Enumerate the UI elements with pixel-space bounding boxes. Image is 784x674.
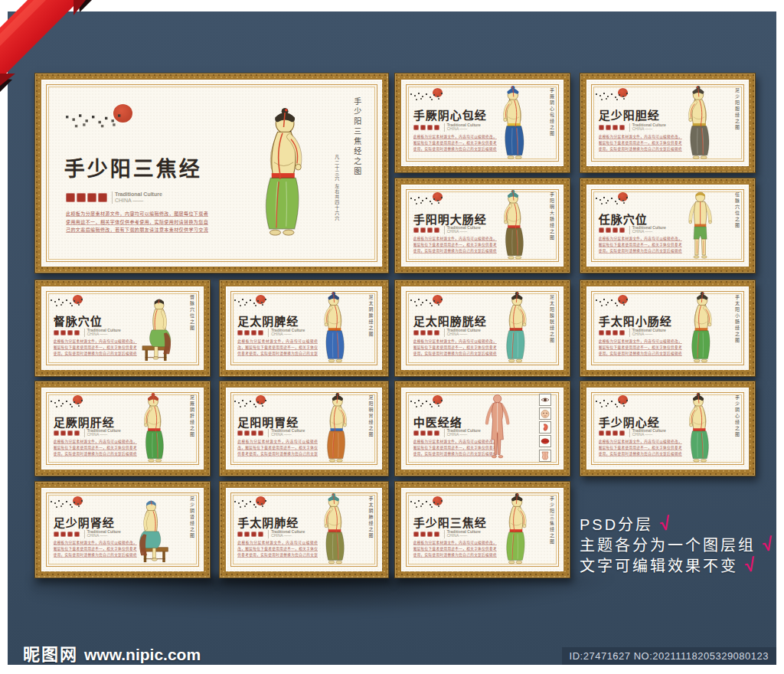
seal-stamps: Traditional Culture CHINA —— [599, 123, 666, 133]
brand-line2: CHINA —— [271, 332, 292, 336]
seal-stamp-icon [258, 532, 263, 537]
seal-stamp-icon [98, 193, 107, 202]
seal-stamp-icon [54, 330, 59, 335]
seal-stamps: Traditional Culture CHINA —— [413, 226, 481, 235]
seal-stamps: Traditional Culture CHINA —— [66, 191, 162, 204]
card-title: 手厥阴心包经 [413, 106, 487, 123]
sun-icon [433, 88, 443, 97]
card-description: 此模板为分层素材源文件，内容均可以编辑修改，图层每位下载者使用用途不一，相关字体… [54, 540, 137, 558]
birds-decoration [410, 198, 412, 199]
seal-stamp-icon [599, 227, 604, 233]
meridian-figure [488, 85, 541, 162]
seal-stamp-icon [60, 330, 66, 335]
meridian-figure [488, 291, 541, 365]
brand-line2: CHINA —— [632, 229, 653, 234]
card-title: 足少阳胆经 [599, 106, 660, 123]
card-description: 此模板为分层素材源文件，内容均可以编辑修改，图层每位下载者使用用途不一，相关字体… [237, 339, 318, 357]
vertical-caption: 任脉穴位之图 [734, 192, 741, 229]
card-title: 中医经络 [413, 414, 462, 430]
seal-stamp-icon [237, 430, 243, 436]
brand-line2: CHINA —— [632, 126, 653, 131]
brand-caption: Traditional Culture CHINA —— [112, 191, 162, 204]
seal-stamp-icon [427, 227, 433, 233]
seal-stamp-icon [251, 330, 256, 335]
preview-page: 手少阳三焦经 Traditional Culture CHINA —— 此模板为… [0, 0, 784, 674]
meridian-figure [310, 392, 361, 465]
poster-paper: 足太阳膀胱经 Traditional Culture CHINA —— 此模板为… [401, 286, 564, 370]
brand-caption: Traditional Culture CHINA —— [268, 429, 305, 438]
birds-decoration [410, 401, 412, 402]
poster-paper: 足少阴肾经 Traditional Culture CHINA —— 此模板为分… [41, 488, 204, 571]
brand-caption: Traditional Culture CHINA —— [629, 226, 666, 235]
poster-paper: 中医经络 Traditional Culture CHINA —— 此模板为分层… [401, 388, 564, 470]
sun-icon [618, 395, 628, 404]
seal-stamp-icon [74, 330, 80, 335]
feature-note-text: PSD分层 [580, 512, 653, 535]
poster-paper: 手阳明大肠经 Traditional Culture CHINA —— 此模板为… [401, 185, 564, 267]
vertical-caption: 足少阳胆经之图 [734, 88, 741, 131]
card-title: 手少阴心经 [599, 414, 660, 430]
brand-caption: Traditional Culture CHINA —— [444, 226, 481, 235]
birds-decoration [596, 198, 597, 199]
birds-decoration [596, 93, 597, 95]
vertical-caption: 手少阴心经之图 [734, 395, 741, 438]
seal-stamp-icon [60, 430, 66, 436]
seal-stamp-icon [66, 193, 75, 202]
watermark: 昵图网 www.nipic.com [23, 640, 201, 665]
poster-paper: 任脉穴位 Traditional Culture CHINA —— 此模板为分层… [586, 185, 749, 267]
poster-card: 手阳明大肠经 Traditional Culture CHINA —— 此模板为… [394, 178, 570, 273]
seal-stamp-icon [612, 125, 618, 130]
brand-line2: CHINA —— [447, 126, 468, 131]
poster-card: 足少阳胆经 Traditional Culture CHINA —— 此模板为分… [580, 73, 756, 173]
meridian-figure [674, 291, 727, 365]
brand-caption: Traditional Culture CHINA —— [268, 329, 305, 338]
seal-stamp-icon [599, 430, 604, 436]
poster-paper: 手少阳三焦经 Traditional Culture CHINA —— 此模板为… [401, 488, 564, 571]
birds-decoration [234, 401, 236, 402]
card-title: 手少阳三焦经 [413, 514, 487, 530]
poster-card: 手少阳三焦经 Traditional Culture CHINA —— 此模板为… [34, 73, 389, 273]
poster-card: 手太阳小肠经 Traditional Culture CHINA —— 此模板为… [580, 280, 756, 377]
birds-decoration [596, 401, 597, 402]
brand-caption: Traditional Culture CHINA —— [268, 530, 305, 539]
poster-paper: 足厥阴肝经 Traditional Culture CHINA —— 此模板为分… [41, 388, 204, 470]
meridian-figure [674, 85, 727, 162]
seal-stamp-icon [612, 227, 618, 233]
poster-paper: 手少阳三焦经 Traditional Culture CHINA —— 此模板为… [41, 80, 382, 267]
brand-caption: Traditional Culture CHINA —— [84, 329, 121, 338]
seal-stamp-icon [427, 330, 433, 335]
card-title: 手阳明大肠经 [413, 211, 487, 227]
brand-line2: CHINA —— [87, 432, 108, 437]
seal-stamp-icon [251, 430, 256, 436]
brand-line2: CHINA —— [447, 229, 468, 234]
seal-stamp-icon [420, 330, 426, 335]
seal-stamp-icon [54, 430, 59, 436]
meridian-figure [310, 492, 361, 566]
poster-card: 督脉穴位 Traditional Culture CHINA —— 此模板为分层… [34, 280, 211, 377]
seal-stamp-icon [54, 532, 59, 537]
poster-paper: 足阳明胃经 Traditional Culture CHINA —— 此模板为分… [226, 388, 382, 470]
seal-stamp-icon [599, 330, 604, 335]
poster-paper: 手少阴心经 Traditional Culture CHINA —— 此模板为分… [586, 388, 749, 470]
poster-card: 足阳明胃经 Traditional Culture CHINA —— 此模板为分… [219, 381, 389, 476]
seal-stamps: Traditional Culture CHINA —— [54, 530, 121, 539]
seal-stamp-icon [67, 532, 73, 537]
seal-stamp-icon [67, 330, 73, 335]
brand-line2: CHINA —— [447, 432, 468, 437]
poster-paper: 手太阳小肠经 Traditional Culture CHINA —— 此模板为… [586, 286, 749, 370]
birds-decoration [410, 501, 412, 502]
seal-stamp-icon [258, 430, 263, 436]
card-title: 手少阳三焦经 [64, 152, 202, 182]
card-description: 此模板为分层素材源文件，内容均可以编辑修改，图层每位下载者使用用途不一，相关字体… [54, 339, 137, 357]
vertical-caption: 手厥阴心包经之图 [549, 88, 556, 137]
seal-stamp-icon [420, 125, 426, 130]
birds-decoration [596, 299, 597, 301]
sun-icon [433, 295, 443, 304]
sun-icon [73, 295, 83, 304]
organ-face-icon [539, 407, 551, 420]
seal-stamp-icon [619, 227, 625, 233]
vertical-caption: 手少阳三焦经之图 [351, 97, 363, 177]
seal-stamp-icon [619, 125, 625, 130]
vertical-caption: 督脉穴位之图 [189, 295, 196, 332]
poster-card: 足太阳膀胱经 Traditional Culture CHINA —— 此模板为… [394, 280, 570, 377]
